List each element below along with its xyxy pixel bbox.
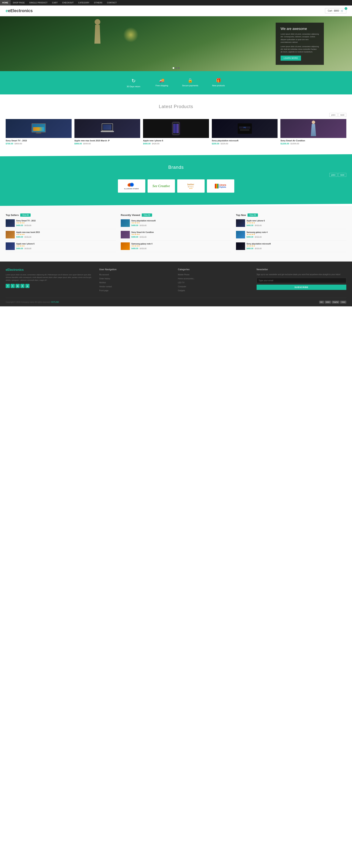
feature-returns: ↻ 30 Days return	[119, 76, 148, 89]
footer-cat-3[interactable]: LED TV	[178, 282, 185, 284]
social-linkedin[interactable]: li	[21, 284, 25, 288]
hero-dot-2[interactable]	[175, 67, 177, 69]
footer-logo: eElectronics	[6, 268, 96, 272]
footer-link-orderhistory[interactable]: Order history	[99, 278, 110, 280]
footer-cat-5[interactable]: Gadgets	[178, 289, 185, 291]
nav-single-product[interactable]: SINGLE PRODUCT	[27, 0, 50, 5]
social-twitter[interactable]: t	[10, 284, 15, 288]
top-new-col: Top New View All Apple new i phone 6 ★★★…	[236, 213, 346, 254]
recent-1[interactable]: Sony playstation microsoft ★★★★★ $400.00…	[121, 219, 231, 229]
cart-button[interactable]: Cart - $800 🛒 0	[325, 8, 346, 13]
brand-card-libraria[interactable]: Libraria Digitala	[207, 179, 234, 193]
topnew-3-name: Sony playstation microsoft	[247, 243, 271, 245]
hero-person	[88, 19, 107, 71]
footer-link-myaccount[interactable]: My account	[99, 274, 109, 276]
topnew-2-sale: $400.00	[247, 236, 253, 238]
product-card-3[interactable]: Apple new i phone 6 $400.00 $425.00	[143, 119, 209, 145]
product-card-5[interactable]: Sony Smart Air Condtion $1200.00 $1395.0…	[280, 119, 346, 145]
refresh-icon: ↻	[132, 78, 136, 84]
nav-checkout[interactable]: CHECKOUT	[60, 0, 76, 5]
product-name-1: Sony Smart TV - 2015	[6, 140, 72, 142]
hero-dot-1[interactable]	[173, 67, 174, 69]
social-instagram[interactable]: in	[15, 284, 20, 288]
top-nav: HOME SHOP PAGE SINGLE PRODUCT CART CHECK…	[0, 0, 352, 5]
social-pinterest[interactable]: p	[25, 284, 30, 288]
site-header: eeElectronics Cart - $800 🛒 0	[0, 5, 352, 16]
footer-link-wishlist[interactable]: Wishlist	[99, 282, 106, 284]
recent-3[interactable]: Samsung galaxy note 4 ★★★★★ $400.00 $425…	[121, 242, 231, 252]
top-seller-1-stars: ★★★★★	[16, 222, 36, 224]
top-new-view-all[interactable]: View All	[248, 213, 258, 217]
products-grid: Sony Smart TV - 2015 $700.00 $800.00 App…	[6, 119, 346, 145]
footer-cat-4[interactable]: Computer	[178, 285, 186, 288]
hero-sun	[123, 27, 138, 42]
cart-badge: 0	[345, 7, 347, 10]
topnew-3-stars: ★★★★★	[247, 245, 271, 247]
recent-2-orig: $425.00	[140, 236, 146, 238]
footer-newsletter-title: Newsletter	[256, 268, 346, 271]
payment-icons: MC DISC PayPal VISA	[319, 301, 347, 304]
top-seller-2-img	[6, 231, 15, 239]
libraria-logo: Libraria Digitala	[215, 184, 226, 188]
top-seller-3[interactable]: Apple new i phone 6 ★★★★★ $400.00 $425.0…	[6, 242, 116, 252]
top-seller-3-orig: $425.00	[25, 248, 31, 250]
top-seller-2[interactable]: Apple new mac book 2015 ★★★★★ $400.00 $4…	[6, 231, 116, 241]
footer-usernav-col: User Navigation My account Order history…	[99, 268, 174, 293]
top-seller-1-name: Sony Smart TV - 2015	[16, 220, 36, 222]
products-prev-button[interactable]: prev	[329, 113, 338, 117]
orig-price-4: $225.00	[221, 143, 228, 145]
hero-learn-more-button[interactable]: LEARN MORE	[281, 56, 301, 61]
nav-others[interactable]: OTHERS	[92, 0, 105, 5]
product-image-laptop	[74, 119, 140, 138]
product-card-2[interactable]: Apple new mac book 2015 March :P $899.00…	[74, 119, 140, 145]
recently-viewed-view-all[interactable]: View All	[142, 213, 152, 217]
topnew-3[interactable]: Sony playstation microsoft ★★★★★ $400.00…	[236, 242, 346, 252]
brands-grid: ILLUSION STUDIO See Creative better bite…	[6, 179, 346, 193]
brand-card-illusion[interactable]: ILLUSION STUDIO	[118, 179, 145, 193]
nav-shop[interactable]: SHOP PAGE	[10, 0, 27, 5]
products-next-button[interactable]: next	[338, 113, 346, 117]
feature-shipping-label: Free shipping	[155, 84, 168, 87]
feature-new-label: New products	[212, 84, 225, 87]
topnew-1-name: Apple new i phone 6	[247, 220, 265, 222]
hero-section: We are awesome Lorem ipsum dolor sit ame…	[0, 16, 352, 71]
nav-home[interactable]: HOME	[0, 0, 10, 5]
topnew-1[interactable]: Apple new i phone 6 ★★★★★ $400.00 $425.0…	[236, 219, 346, 229]
footer-link-frontpage[interactable]: Front page	[99, 289, 108, 291]
newsletter-email-input[interactable]	[256, 278, 346, 283]
hero-dots	[173, 67, 179, 69]
brand-card-better[interactable]: better bites	[177, 179, 205, 193]
footer-copyright-link[interactable]: HOTLINK	[51, 301, 59, 303]
footer-copyright: Copyright © 2016 Company name All rights…	[6, 301, 59, 303]
recent-2-name: Sony Smart Air Condtion	[131, 231, 154, 233]
pay-paypal: PayPal	[332, 301, 339, 304]
newsletter-subscribe-button[interactable]: SUBSCRIBE	[256, 285, 346, 290]
brand-card-see[interactable]: See Creative	[148, 179, 175, 193]
top-seller-1[interactable]: Sony Smart TV - 2015 ★★★★★ $400.00 $425.…	[6, 219, 116, 229]
brands-prev-button[interactable]: prev	[329, 173, 338, 177]
top-seller-3-stars: ★★★★★	[16, 245, 35, 247]
recent-2[interactable]: Sony Smart Air Condtion ★★★★★ $400.00 $4…	[121, 231, 231, 241]
top-seller-1-img	[6, 219, 15, 227]
footer-cat-1[interactable]: Mobile Phone	[178, 274, 189, 276]
top-sellers-title: Top Sellers	[6, 214, 19, 216]
product-card-1[interactable]: Sony Smart TV - 2015 $700.00 $800.00	[6, 119, 72, 145]
top-sellers-view-all[interactable]: View All	[20, 213, 31, 217]
product-price-3: $400.00 $425.00	[143, 143, 209, 145]
product-card-4[interactable]: PS Sony playstation microsoft $200.00 $2…	[212, 119, 278, 145]
nav-contact[interactable]: CONTACT	[105, 0, 119, 5]
social-facebook[interactable]: f	[6, 284, 10, 288]
nav-category[interactable]: CATEGORY	[76, 0, 92, 5]
logo-text: eElectronics	[8, 8, 33, 13]
feature-shipping: 🚚 Free shipping	[148, 76, 176, 89]
topnew-2[interactable]: Samsung galaxy note 4 ★★★★★ $400.00 $425…	[236, 231, 346, 241]
footer-cat-2[interactable]: Home accessories...	[178, 278, 195, 280]
footer-newsletter-text: Sign up to our newsletter and get exclus…	[256, 273, 346, 276]
brands-next-button[interactable]: next	[338, 173, 346, 177]
hero-dot-3[interactable]	[178, 67, 179, 69]
footer-link-vendorcontact[interactable]: Vendor contact	[99, 285, 112, 288]
top-seller-2-sale: $400.00	[16, 236, 23, 238]
topnew-1-sale: $400.00	[247, 224, 253, 226]
recent-2-sale: $400.00	[131, 236, 138, 238]
nav-cart[interactable]: CART	[50, 0, 60, 5]
